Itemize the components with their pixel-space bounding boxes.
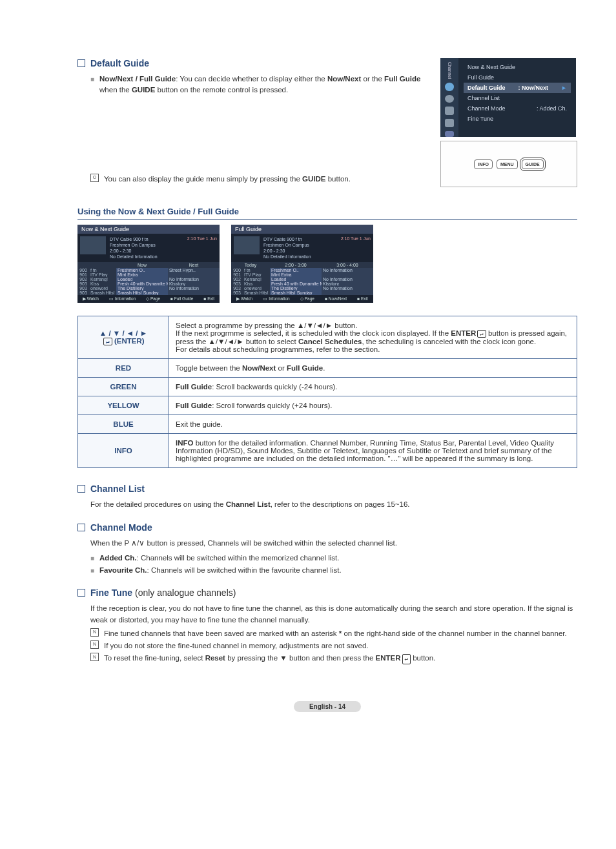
key-blue: BLUE (78, 415, 169, 434)
fine-tune-note-2: N If you do not store the fine-tuned cha… (90, 640, 577, 651)
menu-icon (445, 83, 454, 91)
section-box-icon (77, 524, 85, 531)
note-icon: N (90, 628, 99, 637)
menu-item: Default Guide: Now/Next► (464, 83, 571, 93)
menu-icon (445, 131, 454, 137)
page-footer: English - 14 (77, 703, 577, 710)
section-box-icon (77, 59, 85, 67)
menu-item: Now & Next Guide (464, 62, 571, 72)
fine-tune-intro: If the reception is clear, you do not ha… (90, 603, 577, 626)
desc-blue: Exit the guide. (169, 415, 577, 434)
key-arrows-enter: ▲ / ▼ / ◄ / ► ↵ (ENTER) (78, 316, 169, 359)
heading-fine-tune: Fine Tune (only analogue channels) (77, 588, 577, 598)
section-box-icon (77, 485, 85, 493)
key-green: GREEN (78, 378, 169, 396)
note-icon: O (90, 174, 99, 182)
desc-green: Full Guide: Scroll backwards quickly (-2… (169, 378, 577, 396)
desc-arrows-enter: Select a programme by pressing the ▲/▼/◄… (169, 316, 577, 359)
menu-item: Channel Mode: Added Ch. (464, 103, 571, 114)
remote-menu-button: MENU (497, 159, 518, 169)
guide-controls-table: ▲ / ▼ / ◄ / ► ↵ (ENTER) Select a program… (77, 316, 577, 468)
remote-guide-button: GUIDE (522, 159, 544, 169)
bullet-icon: ■ (90, 74, 94, 96)
menu-item: Channel List (464, 93, 571, 103)
remote-illustration: INFO MENU GUIDE (440, 141, 577, 187)
menu-side-label: Channel (447, 62, 452, 79)
menu-icon (445, 119, 454, 127)
desc-yellow: Full Guide: Scroll forwards quickly (+24… (169, 396, 577, 415)
section-box-icon (77, 589, 85, 597)
heading-using-guide: Using the Now & Next Guide / Full Guide (77, 207, 577, 220)
bullet-added-ch: ■ Added Ch.: Channels will be switched w… (90, 553, 577, 564)
menu-item: Fine Tune (464, 114, 571, 124)
remote-info-button: INFO (474, 159, 493, 169)
heading-default-guide: Default Guide (77, 58, 427, 68)
note-icon: N (90, 640, 99, 649)
key-red: RED (78, 359, 169, 378)
now-next-guide-screenshot: Now & Next GuideDTV Cable 900 f tnFreshm… (77, 225, 220, 303)
desc-red: Toggle between the Now/Next or Full Guid… (169, 359, 577, 378)
channel-list-text: For the detailed procedures on using the… (90, 499, 577, 510)
menu-icon (445, 95, 454, 103)
bullet-label: Now/Next / Full Guide (99, 75, 176, 83)
key-info: INFO (78, 434, 169, 468)
bullet-favourite-ch: ■ Favourite Ch.: Channels will be switch… (90, 565, 577, 576)
fine-tune-note-3: N To reset the fine-tuning, select Reset… (90, 653, 577, 664)
osd-menu-screenshot: Channel Now & Next GuideFull GuideDefaul… (440, 58, 576, 137)
note-icon: N (90, 653, 99, 661)
desc-info: INFO button for the detailed information… (169, 434, 577, 468)
note-guide-button: O You can also display the guide menu si… (90, 174, 427, 185)
heading-text: Default Guide (90, 58, 149, 68)
menu-icon (445, 107, 454, 115)
menu-item: Full Guide (464, 72, 571, 83)
fine-tune-note-1: N Fine tuned channels that have been sav… (90, 628, 577, 639)
heading-channel-list: Channel List (77, 484, 577, 494)
channel-mode-intro: When the P ∧/∨ button is pressed, Channe… (90, 538, 577, 549)
key-yellow: YELLOW (78, 396, 169, 415)
bullet-now-next: ■ Now/Next / Full Guide: You can decide … (90, 74, 427, 96)
heading-channel-mode: Channel Mode (77, 522, 577, 533)
full-guide-screenshot: Full GuideDTV Cable 900 f tnFreshmen On … (231, 225, 373, 303)
